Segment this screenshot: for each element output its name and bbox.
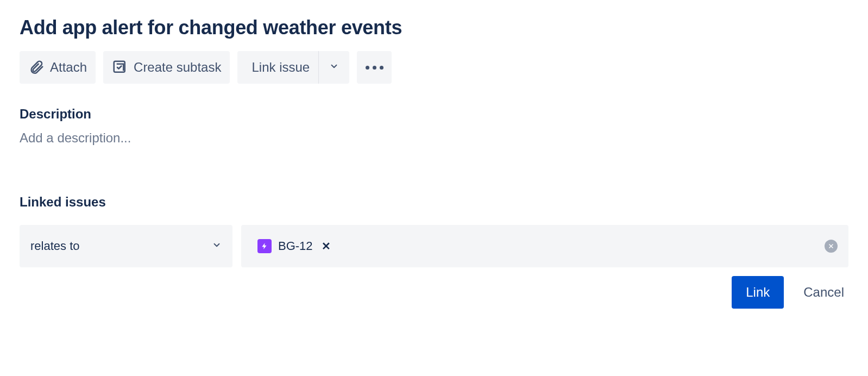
chevron-down-icon [212,239,222,253]
description-input[interactable]: Add a description... [20,130,848,146]
chevron-down-icon [329,61,339,73]
link-issue-split-button: Link issue [237,51,349,84]
link-issue-label: Link issue [251,60,310,75]
action-bar: Attach Create subtask Link issue [20,51,848,84]
create-subtask-label: Create subtask [134,60,221,75]
subtask-icon [112,59,128,76]
link-issue-button[interactable]: Link issue [237,51,319,84]
remove-issue-button[interactable]: ✕ [322,240,331,253]
link-button[interactable]: Link [732,276,784,309]
link-relationship-select[interactable]: relates to [20,225,232,267]
cancel-button[interactable]: Cancel [799,276,848,309]
epic-icon [257,239,272,253]
linked-issues-label: Linked issues [20,195,848,210]
attachment-icon [28,59,45,76]
issue-title[interactable]: Add app alert for changed weather events [20,16,848,39]
linked-issue-input[interactable]: BG-12 ✕ [241,225,848,267]
issue-key: BG-12 [278,239,313,253]
more-actions-button[interactable] [357,51,392,84]
clear-input-button[interactable] [825,240,838,253]
footer-actions: Link Cancel [20,276,848,309]
more-icon [366,66,383,70]
create-subtask-button[interactable]: Create subtask [103,51,230,84]
link-relationship-value: relates to [30,239,80,253]
link-issue-dropdown[interactable] [319,51,349,84]
description-label: Description [20,106,848,122]
attach-label: Attach [50,60,87,75]
attach-button[interactable]: Attach [20,51,96,84]
linked-issues-row: relates to BG-12 ✕ [20,225,848,267]
